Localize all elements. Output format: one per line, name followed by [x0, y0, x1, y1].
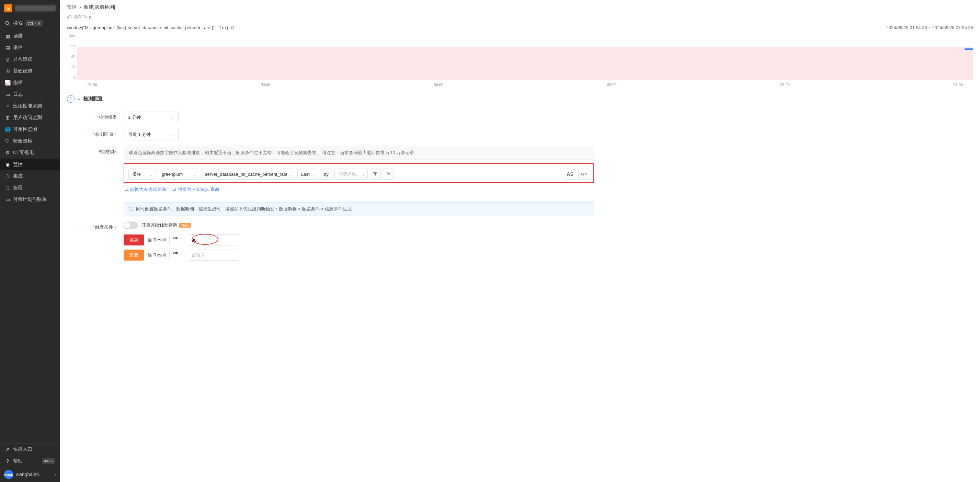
tag-icon: 🏷: [67, 14, 72, 19]
sidebar-bottom: ↗快捷入口 ?帮助Alt+H wang wanghaimi... ›: [0, 443, 60, 482]
chevron-right-icon: ›: [56, 174, 57, 178]
chevron-right-icon: ›: [56, 163, 57, 167]
globe-icon: 🌐: [5, 127, 10, 132]
chevron-down-icon[interactable]: ⌄: [77, 97, 81, 101]
section-title: 检测配置: [83, 96, 103, 102]
search-label: 搜索: [13, 20, 23, 26]
main-content: 监控 › 新建[阈值检测] 🏷 添加Tags window("M::`green…: [60, 0, 980, 482]
crit-operator-select[interactable]: <=: [169, 235, 184, 245]
major-value-input[interactable]: [188, 250, 239, 261]
sidebar-item-trace[interactable]: ◎异常追踪›: [0, 54, 60, 65]
logo-icon: G: [4, 4, 12, 12]
chevron-right-icon: ›: [56, 34, 57, 38]
sidebar-item-logs[interactable]: ▭日志›: [0, 89, 60, 100]
sidebar-nav: ▦场景› ▤事件› ◎异常追踪› ⦾基础设施› 📈指标› ▭日志› ≡应用性能监…: [0, 30, 60, 443]
chevron-right-icon: ›: [56, 116, 57, 120]
tags-row[interactable]: 🏷 添加Tags: [60, 12, 980, 25]
metric-hint: 请避免选择高基数字段作为检测维度，如果配置不当，触发条件过于宽松，可能会引发频繁…: [124, 146, 594, 160]
sidebar: G 搜索 ctrl + K ▦场景› ▤事件› ◎异常追踪› ⦾基础设施› 📈指…: [0, 0, 60, 482]
threshold-band: [77, 47, 973, 80]
search-shortcut: ctrl + K: [25, 20, 43, 26]
builder-field-select[interactable]: server_database_hit_cache_percent_rate: [201, 169, 295, 180]
preview-chart: 120 90 60 30 0 02:00 03:00 04:00 05:00 0…: [60, 33, 980, 92]
chevron-right-icon: ›: [56, 69, 57, 73]
freq-select[interactable]: 1 分钟: [124, 111, 178, 123]
interval-label: 检测区间: [95, 132, 113, 137]
user-name: wanghaimi...: [16, 472, 43, 477]
builder-agg-select[interactable]: Last: [298, 169, 318, 180]
sidebar-item-ci[interactable]: ⚙CI 可视化›: [0, 147, 60, 159]
chevron-right-icon: ›: [54, 472, 56, 477]
avatar: wang: [4, 470, 13, 479]
filter-button[interactable]: [370, 169, 381, 180]
sidebar-item-monitor[interactable]: ◉监控›: [0, 159, 60, 170]
new-badge: New: [179, 223, 191, 227]
info-icon: ⓘ: [129, 206, 133, 212]
swap-icon: ⇄: [125, 187, 129, 192]
search-entry[interactable]: 搜索 ctrl + K: [0, 16, 60, 30]
chevron-right-icon: ›: [56, 151, 57, 155]
sidebar-quickentry[interactable]: ↗快捷入口: [0, 444, 60, 455]
sidebar-item-manage[interactable]: ☷管理›: [0, 182, 60, 194]
target-icon: ◎: [5, 57, 10, 62]
copy-icon[interactable]: ⧉: [231, 25, 234, 30]
sidebar-item-event[interactable]: ▤事件›: [0, 42, 60, 54]
add-tags-label: 添加Tags: [74, 14, 92, 20]
help-icon[interactable]: ?: [115, 224, 117, 230]
sidebar-item-integrate[interactable]: ⬡集成›: [0, 170, 60, 182]
layers-icon: ≡: [5, 103, 10, 109]
workspace-switcher[interactable]: G: [0, 0, 60, 16]
arrow-icon: ↗: [5, 447, 10, 452]
severity-major: 重要: [124, 250, 144, 261]
help-icon[interactable]: ?: [115, 132, 117, 137]
chevron-right-icon: ›: [79, 5, 81, 10]
document-icon: ▭: [5, 92, 10, 97]
major-operator-select[interactable]: >=: [169, 250, 184, 260]
builder-source-select[interactable]: 指标: [129, 169, 156, 180]
sidebar-item-metrics[interactable]: 📈指标›: [0, 77, 60, 89]
swap-icon: ⇄: [173, 187, 177, 192]
breadcrumb: 监控 › 新建[阈值检测]: [60, 0, 980, 12]
sidebar-item-infra[interactable]: ⦾基础设施›: [0, 65, 60, 77]
sidebar-help[interactable]: ?帮助Alt+H: [0, 455, 60, 467]
monitor-icon: ◉: [5, 162, 10, 167]
cube-icon: ⬡: [5, 173, 10, 179]
link-to-promql[interactable]: ⇄切换为 PromQL 查询: [173, 186, 219, 192]
sidebar-item-billing[interactable]: ▭付费计划与账单: [0, 194, 60, 205]
sidebar-item-avail[interactable]: 🌐可用性监测›: [0, 124, 60, 135]
section-detection-config: 1 ⌄ 检测配置 *检测频率 1 分钟 *检测区间? 最近 1 分钟 检测指标: [60, 92, 980, 271]
crit-value-input[interactable]: [188, 234, 239, 245]
help-icon: ?: [5, 458, 10, 464]
search-icon: [5, 21, 10, 26]
chevron-right-icon: ›: [56, 186, 57, 190]
chevron-right-icon: ›: [56, 128, 57, 132]
chevron-right-icon: ›: [56, 139, 57, 143]
chart-yaxis: 120 90 60 30 0: [67, 33, 76, 80]
sidebar-item-security[interactable]: 🛡安全巡检›: [0, 135, 60, 147]
toggle-label: 开启连续触发判断: [142, 222, 177, 228]
chart-data-tick: [964, 48, 973, 50]
breadcrumb-root[interactable]: 监控: [67, 4, 76, 10]
nodes-icon: ⦾: [5, 68, 10, 74]
sidebar-item-apm[interactable]: ≡应用性能监测›: [0, 100, 60, 112]
query-row: window("M::`greenplum`:(last(`server_dat…: [60, 25, 980, 33]
metric-label: 检测指标: [99, 149, 117, 154]
code-button[interactable]: </>: [578, 169, 589, 180]
alias-button[interactable]: AS: [564, 169, 576, 180]
workspace-name-blurred: [15, 5, 56, 11]
sidebar-item-scene[interactable]: ▦场景›: [0, 30, 60, 42]
builder-by-select[interactable]: 请选择检...: [334, 169, 368, 180]
metric-builder: 指标 greenplum server_database_hit_cache_p…: [124, 163, 594, 183]
section-number: 1: [67, 95, 75, 103]
sidebar-item-rum[interactable]: ⊞用户访问监测›: [0, 112, 60, 124]
sliders-icon: ☷: [5, 185, 10, 191]
chart-icon: 📈: [5, 80, 10, 86]
chevron-right-icon: ›: [56, 104, 57, 108]
link-to-expression[interactable]: ⇄转换为表达式查询: [125, 186, 166, 192]
interval-select[interactable]: 最近 1 分钟: [124, 129, 178, 140]
continuous-toggle[interactable]: [124, 221, 138, 229]
function-button[interactable]: fx: [383, 169, 394, 180]
sidebar-user[interactable]: wang wanghaimi... ›: [0, 467, 60, 482]
severity-critical: 紧急: [124, 234, 144, 245]
builder-measurement-select[interactable]: greenplum: [158, 169, 199, 180]
